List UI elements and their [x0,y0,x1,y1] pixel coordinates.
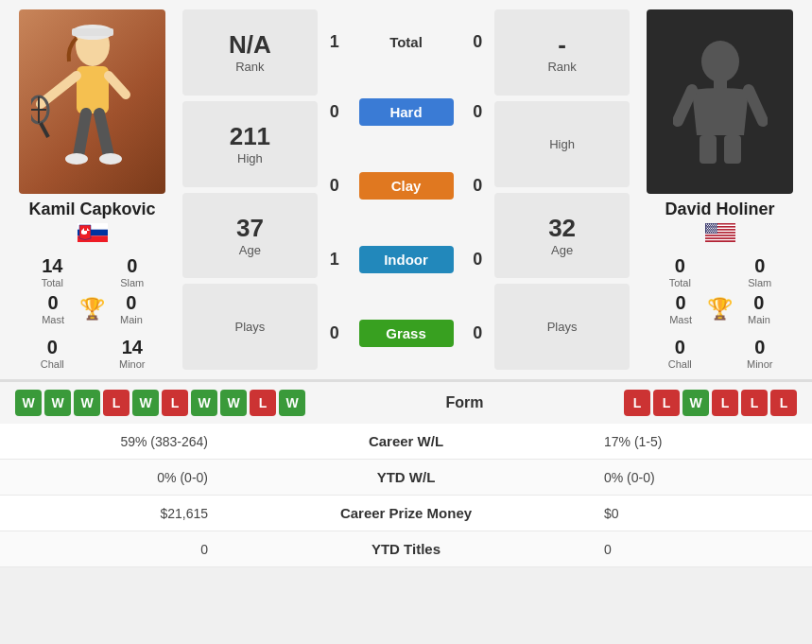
data-row-center-label: Career W/L [208,433,604,449]
svg-point-43 [710,225,711,226]
player-name-right: David Holiner [665,200,774,219]
svg-point-70 [716,231,717,232]
total-label: Total [359,34,454,50]
player-right-stats: 0 Total 0 Slam [637,255,803,288]
svg-point-71 [705,232,706,233]
court-row-clay: 0 Clay 0 [325,172,487,200]
hard-score-left: 0 [325,102,344,122]
svg-rect-29 [705,235,735,236]
indoor-score-right: 0 [468,250,487,270]
form-badge: W [132,390,159,416]
stat-minor-left: 14 Minor [97,337,168,370]
svg-point-55 [710,228,711,229]
svg-rect-3 [77,66,109,113]
bottom-rows: 59% (383-264)Career W/L17% (1-5)0% (0-0)… [0,424,812,567]
stat-minor-right: 0 Minor [725,337,796,370]
age-box-right: 32 Age [494,193,630,279]
rank-box-left: N/A Rank [182,9,318,96]
svg-point-40 [715,224,716,225]
data-row: 0YTD Titles0 [0,531,812,567]
data-row-value-left: 0% (0-0) [19,470,208,485]
player-photo-left [19,9,165,194]
svg-point-48 [707,226,708,227]
trophy-row-right: 0 Mast 🏆 0 Main [637,288,803,329]
stat-mast-left: 0 Mast [42,292,64,325]
left-stats-col: N/A Rank 211 High 37 Age Plays [182,9,318,370]
player-flag-right [705,223,735,248]
svg-point-69 [714,231,715,232]
svg-point-17 [701,41,739,82]
svg-rect-2 [72,28,113,36]
total-row: 1 Total 0 [325,32,487,52]
svg-point-67 [710,231,711,232]
right-stats-col: - Rank High 32 Age Plays [494,9,630,370]
form-badge: W [682,390,709,416]
svg-point-64 [715,229,716,230]
grass-score-right: 0 [468,323,487,343]
data-row-value-left: 59% (383-264) [19,434,208,449]
svg-point-52 [715,226,716,227]
svg-point-66 [708,231,709,232]
form-badges-left: WWWLWLWWLW [15,390,305,416]
form-badge: W [44,390,71,416]
form-badge: L [162,390,188,416]
svg-point-63 [713,229,714,230]
svg-rect-28 [705,234,735,235]
player-right-stats-2: 0 Chall 0 Minor [637,337,803,370]
svg-point-56 [712,228,713,229]
svg-point-58 [716,228,717,229]
svg-point-76 [715,232,716,233]
svg-rect-31 [705,237,735,239]
data-row-value-right: 17% (1-5) [604,434,793,449]
trophy-icon-right: 🏆 [707,297,733,322]
svg-point-61 [709,229,710,230]
player-photo-right [647,9,793,194]
age-box-left: 37 Age [182,193,318,279]
svg-rect-20 [724,135,741,164]
svg-point-42 [708,225,709,226]
svg-point-47 [705,226,706,227]
clay-score-right: 0 [468,176,487,196]
main-container: Kamil Capkovic 14 Total 0 [0,0,812,567]
court-row-hard: 0 Hard 0 [325,98,487,126]
total-score-right: 0 [468,32,487,52]
stat-chall-right: 0 Chall [645,337,716,370]
svg-point-59 [705,229,706,230]
player-left: Kamil Capkovic 14 Total 0 [9,9,175,370]
data-row-value-right: $0 [604,506,793,521]
stat-chall-left: 0 Chall [17,337,88,370]
svg-point-57 [714,228,715,229]
form-badge: W [279,390,305,416]
form-badge: W [15,390,42,416]
svg-point-62 [711,229,712,230]
court-row-indoor: 1 Indoor 0 [325,246,487,273]
form-label: Form [446,394,484,411]
court-btn-grass: Grass [359,320,454,347]
data-row-value-right: 0 [604,542,793,557]
stat-main-right: 0 Main [748,292,770,325]
plays-box-left: Plays [182,284,318,370]
court-row-grass: 0 Grass 0 [325,320,487,347]
svg-line-9 [41,123,48,137]
svg-rect-33 [705,240,735,242]
form-badges-right: LLWLLL [624,390,797,416]
rank-box-right: - Rank [494,9,630,96]
svg-point-53 [706,228,707,229]
svg-point-72 [707,232,708,233]
svg-point-45 [714,225,715,226]
form-section: WWWLWLWWLW Form LLWLLL [0,381,812,424]
stat-slam-right: 0 Slam [725,255,796,288]
form-badge: L [770,390,797,416]
indoor-score-left: 1 [325,250,344,270]
data-row: $21,615Career Prize Money$0 [0,496,812,531]
high-box-left: 211 High [182,101,318,187]
court-btn-hard: Hard [359,98,454,126]
trophy-row-left: 0 Mast 🏆 0 Main [9,288,175,329]
svg-line-11 [99,113,109,156]
svg-point-44 [712,225,713,226]
hard-score-right: 0 [468,102,487,122]
form-badge: L [653,390,680,416]
svg-point-74 [711,232,712,233]
data-row-center-label: Career Prize Money [208,505,604,521]
court-section: 1 Total 0 0 Hard 0 0 Clay 0 1 [325,9,487,370]
